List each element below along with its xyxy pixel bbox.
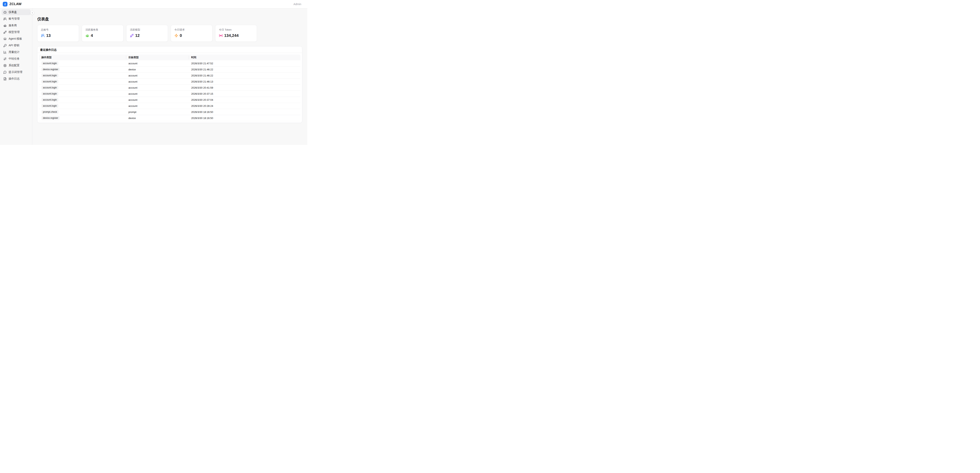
stat-card-today-requests: 今日请求 0 [171,25,212,42]
sidebar-item-dashboard[interactable]: 仪表盘 [2,9,30,15]
time-cell: 2026/3/30 18:16:50 [189,115,301,121]
action-type-badge: device.register [41,67,60,72]
stat-card-total-accounts: 总账号 13 [37,25,79,42]
table-row: account.login account 2026/3/30 21:46:13 [39,79,301,85]
users-icon [41,34,45,37]
arrows-swap-icon [3,57,7,61]
column-header-time: 时间 [189,54,301,61]
table-row: account.login account 2026/3/30 21:47:52 [39,61,301,67]
logs-panel: 最近操作日志 操作类型 目标类型 时间 account.login [37,46,302,123]
chevron-left-icon [31,12,33,14]
sidebar-item-usage-stats[interactable]: 用量统计 [2,49,30,55]
sidebar-item-providers[interactable]: 服务商 [2,22,30,29]
action-type-badge: prompt.check [41,110,59,114]
target-type-cell: account [126,79,189,85]
table-row: device.register device 2026/3/30 21:46:2… [39,67,301,73]
action-type-badge: account.login [41,73,59,77]
sidebar-item-agent-templates[interactable]: Agent 模板 [2,36,30,42]
sidebar-item-system-config[interactable]: 系统配置 [2,62,30,68]
user-menu[interactable]: Admin [293,3,301,6]
sidebar-item-relay-tasks[interactable]: 中转任务 [2,56,30,62]
sidebar-item-models[interactable]: 模型管理 [2,29,30,35]
stat-value: 4 [91,33,93,38]
sidebar-item-prompts[interactable]: 提示词管理 [2,69,30,75]
unplug-icon [3,30,7,34]
stat-card-active-models: 活跃模型 12 [126,25,168,42]
time-cell: 2026/3/30 21:46:22 [189,73,301,79]
table-row: account.login account 2026/3/30 20:37:04 [39,97,301,103]
target-type-cell: account [126,103,189,109]
table-row: account.login account 2026/3/30 20:41:59 [39,85,301,91]
column-header-target-type: 目标类型 [126,54,189,61]
table-row: account.login account 2026/3/30 20:28:24 [39,103,301,109]
file-text-icon [3,77,7,81]
target-type-cell: device [126,115,189,121]
key-icon [3,44,7,47]
action-type-badge: device.register [41,116,60,120]
sidebar-item-api-keys[interactable]: API 密钥 [2,43,30,48]
zap-icon [175,34,178,37]
app-header: Z ZCLAW Admin [0,0,307,8]
action-type-badge: account.login [41,80,59,83]
action-type-badge: account.login [41,61,59,65]
time-cell: 2026/3/30 21:46:22 [189,67,301,73]
cloud-server-icon [3,24,7,27]
action-type-badge: account.login [41,104,59,108]
column-header-action-type: 操作类型 [39,54,126,61]
message-dots-icon [3,70,7,74]
users-icon [3,17,7,21]
action-type-badge: account.login [41,98,59,102]
stat-value: 12 [135,33,140,38]
sidebar: 仪表盘 账号管理 服务商 模型管理 Agent 模板 API 密钥 用量统计 中… [0,8,32,145]
target-type-cell: account [126,85,189,91]
time-cell: 2026/3/30 20:28:24 [189,103,301,109]
page-title: 仪表盘 [37,16,302,22]
token-width-icon [219,34,223,37]
gear-icon [3,64,7,67]
stat-card-today-tokens: 今日 Token 134,244 [215,25,257,42]
target-type-cell: account [126,61,189,67]
app-window: Z ZCLAW Admin 仪表盘 账号管理 服务商 模型管理 Agent 模板… [0,0,307,145]
time-cell: 2026/3/30 18:16:50 [189,109,301,115]
bot-icon [3,37,7,41]
stat-value: 134,244 [224,33,239,38]
time-cell: 2026/3/30 20:37:04 [189,97,301,103]
time-cell: 2026/3/30 21:46:13 [189,79,301,85]
sidebar-item-accounts[interactable]: 账号管理 [2,16,30,22]
logs-table-body: account.login account 2026/3/30 21:47:52… [39,61,301,121]
time-cell: 2026/3/30 21:47:52 [189,61,301,67]
table-row: device.register device 2026/3/30 18:16:5… [39,115,301,121]
time-cell: 2026/3/30 20:37:15 [189,91,301,97]
target-type-cell: prompt [126,109,189,115]
logs-panel-title: 最近操作日志 [37,46,302,53]
logs-table: 操作类型 目标类型 时间 account.login account 2026/… [39,54,301,121]
cloud-server-icon [86,34,89,37]
table-row: account.login account 2026/3/30 21:46:22 [39,73,301,79]
logs-table-header-row: 操作类型 目标类型 时间 [39,54,301,61]
action-type-badge: account.login [41,86,59,89]
logo-letter: Z [4,3,6,6]
target-type-cell: device [126,67,189,73]
stat-card-active-providers: 活跃服务商 4 [82,25,124,42]
gauge-icon [3,11,7,14]
app-logo: Z [3,2,8,6]
table-row: prompt.check prompt 2026/3/30 18:16:50 [39,109,301,115]
stats-row: 总账号 13 活跃服务商 4 活跃模型 12 今日请求 0 今日 Token 1… [37,25,302,42]
bar-chart-icon [3,51,7,54]
stat-value: 13 [46,33,51,38]
unplug-icon [130,34,134,37]
sidebar-collapse-button[interactable] [30,11,34,15]
main-content: 仪表盘 总账号 13 活跃服务商 4 活跃模型 12 今日请求 0 今日 Tok… [32,8,307,145]
target-type-cell: account [126,97,189,103]
stat-value: 0 [180,33,182,38]
target-type-cell: account [126,73,189,79]
target-type-cell: account [126,91,189,97]
time-cell: 2026/3/30 20:41:59 [189,85,301,91]
table-row: account.login account 2026/3/30 20:37:15 [39,91,301,97]
app-title: ZCLAW [10,2,22,6]
action-type-badge: account.login [41,92,59,96]
sidebar-item-operation-logs[interactable]: 操作日志 [2,76,30,82]
sidebar-nav: 仪表盘 账号管理 服务商 模型管理 Agent 模板 API 密钥 用量统计 中… [2,9,30,82]
